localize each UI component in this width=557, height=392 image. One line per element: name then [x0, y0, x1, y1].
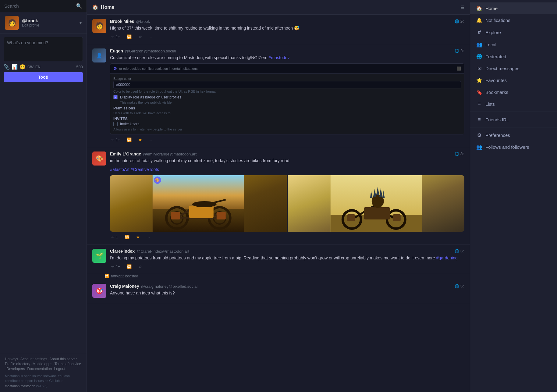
post-time: 🌐 3d — [455, 249, 464, 253]
nav-label: Bookmarks — [485, 90, 508, 95]
search-icon: 🔍 — [76, 3, 82, 9]
boost-button[interactable]: 🔁 — [123, 234, 131, 240]
nav-label: Favourites — [485, 78, 507, 83]
attach-icon[interactable]: 📎 — [4, 64, 10, 70]
card-badge-color-value: #000000 — [113, 81, 461, 88]
edit-profile-link[interactable]: Edit profile — [22, 23, 76, 27]
reply-button[interactable]: ↩ 1 — [110, 234, 119, 240]
mobile-apps-link[interactable]: Mobile apps — [33, 362, 52, 366]
account-settings-link[interactable]: Account settings — [20, 357, 47, 361]
more-button[interactable]: ··· — [147, 137, 153, 143]
sidebar-item-direct-messages[interactable]: ✉ Direct messages — [470, 62, 557, 74]
reply-button[interactable]: ↩ 1+ — [110, 34, 121, 40]
language-button[interactable]: EN — [35, 65, 41, 69]
sidebar-item-favourites[interactable]: ⭐ Favourites — [470, 74, 557, 86]
boost-button[interactable]: 🔁 — [126, 137, 133, 143]
cw-button[interactable]: CW — [27, 65, 34, 69]
reply-button[interactable]: ↩ 1+ — [110, 264, 121, 269]
explore-icon: # — [476, 29, 482, 36]
display-badge-checkbox[interactable]: ✓ — [113, 95, 118, 99]
image-left[interactable]: 🎨 — [110, 175, 287, 232]
nav-divider — [470, 127, 557, 127]
display-badge-hint: This makes the role publicly visible — [113, 101, 461, 104]
svg-rect-10 — [189, 206, 214, 218]
card-expand-icon: ⬛ — [456, 66, 461, 71]
permissions-header: Permissions — [113, 106, 461, 110]
svg-rect-23 — [364, 207, 390, 219]
feed-menu-icon[interactable]: ☰ — [460, 5, 464, 10]
avatar: 🎯 — [92, 284, 106, 298]
display-badge-label: Display role as badge on user profiles — [120, 95, 181, 99]
footer-links: Hotkeys · Account settings · About this … — [5, 357, 82, 371]
avatar: 🌱 — [92, 249, 106, 263]
post-handle: @Gargron@mastodon.social — [125, 49, 176, 53]
avatar: 👤 — [92, 48, 106, 62]
main-feed: 🏠 Home ☰ 🧑 Brook Miles @brook 🌐 2d Highs… — [87, 0, 470, 392]
favourite-button[interactable]: ☆ — [137, 264, 143, 269]
card-preview: ⚙ or role decides conflict resolution in… — [110, 63, 464, 134]
search-input[interactable] — [4, 3, 74, 9]
sidebar-item-home[interactable]: 🏠 Home — [470, 2, 557, 14]
card-badge-color-hint: Color to be used for the role throughout… — [113, 90, 461, 93]
compose-toolbar: 📎 📊 😊 CW EN 500 — [4, 64, 83, 70]
more-button[interactable]: ··· — [147, 264, 153, 269]
sidebar-item-local[interactable]: 👥 Local — [470, 39, 557, 51]
about-server-link[interactable]: About this server — [49, 357, 77, 361]
sidebar-item-notifications[interactable]: 🔔 Notifications — [470, 14, 557, 26]
emoji-icon[interactable]: 😊 — [20, 64, 26, 70]
profile-directory-link[interactable]: Profile directory — [5, 362, 30, 366]
sidebar-item-preferences[interactable]: ⚙ Preferences — [470, 129, 557, 141]
favourite-button[interactable]: ★ — [135, 234, 141, 240]
image-grid: 🎨 — [110, 175, 464, 232]
local-icon: 👥 — [476, 42, 482, 48]
avatar: 🧑 — [5, 16, 19, 30]
svg-rect-30 — [347, 214, 355, 221]
developers-link[interactable]: Developers — [6, 367, 25, 371]
compose-textarea[interactable] — [4, 37, 83, 61]
feed-header: 🏠 Home ☰ — [87, 0, 470, 15]
notifications-icon: 🔔 — [476, 17, 482, 23]
post-actions: ↩ 1+ 🔁 ☆ ··· — [110, 264, 464, 269]
github-link[interactable]: mastodon/mastodon — [5, 384, 35, 388]
svg-rect-31 — [393, 214, 400, 221]
post: 👤 Eugen @Gargron@mastodon.social 🌐 2d Cu… — [87, 44, 470, 147]
nav-label: Friends IRL — [485, 117, 509, 122]
nav-section: 🏠 Home 🔔 Notifications # Explore 👥 Local… — [470, 0, 557, 155]
post-text: in the interest of totally walking out o… — [110, 158, 464, 164]
sidebar-item-bookmarks[interactable]: 🔖 Bookmarks — [470, 86, 557, 98]
chevron-down-icon[interactable]: ▾ — [80, 20, 82, 25]
reply-button[interactable]: ↩ 1+ — [110, 137, 121, 143]
visibility-icon: 🌐 — [455, 152, 459, 156]
image-right[interactable] — [288, 175, 465, 232]
footer-description: Mastodon is open source software. You ca… — [5, 373, 82, 389]
favourite-button[interactable]: ☆ — [137, 34, 143, 40]
poll-icon[interactable]: 📊 — [12, 64, 18, 70]
logout-link[interactable]: Logout — [54, 367, 65, 371]
sidebar-item-federated[interactable]: 🌐 Federated — [470, 51, 557, 62]
nav-label: Federated — [485, 54, 506, 59]
terms-link[interactable]: Terms of service — [55, 362, 81, 366]
favourite-button[interactable]: ★ — [137, 137, 143, 143]
boost-icon: 🔁 — [105, 274, 109, 278]
documentation-link[interactable]: Documentation — [27, 367, 52, 371]
search-bar: 🔍 — [0, 0, 87, 12]
invite-users-label: Invite Users — [120, 122, 139, 126]
invite-users-checkbox[interactable] — [113, 122, 118, 126]
sidebar-item-follows-and-followers[interactable]: 👥 Follows and followers — [470, 141, 557, 153]
sidebar-item-explore[interactable]: # Explore — [470, 26, 557, 39]
toot-button[interactable]: Toot! — [4, 72, 83, 82]
boost-text: ratty222 boosted — [111, 274, 138, 278]
boost-indicator: 🔁 ratty222 boosted — [87, 274, 470, 278]
sidebar-item-friends-irl[interactable]: ≡ Friends IRL — [470, 114, 557, 125]
nav-divider — [470, 112, 557, 112]
follows-icon: 👥 — [476, 144, 482, 150]
sidebar-item-lists[interactable]: ≡ Lists — [470, 98, 557, 110]
more-button[interactable]: ··· — [147, 34, 153, 40]
federated-icon: 🌐 — [476, 54, 482, 59]
friends-irl-icon: ≡ — [476, 117, 482, 122]
boost-button[interactable]: 🔁 — [126, 264, 133, 269]
more-button[interactable]: ··· — [145, 234, 151, 240]
hotkeys-link[interactable]: Hotkeys — [5, 357, 18, 361]
lists-icon: ≡ — [476, 101, 482, 107]
boost-button[interactable]: 🔁 — [126, 34, 133, 40]
